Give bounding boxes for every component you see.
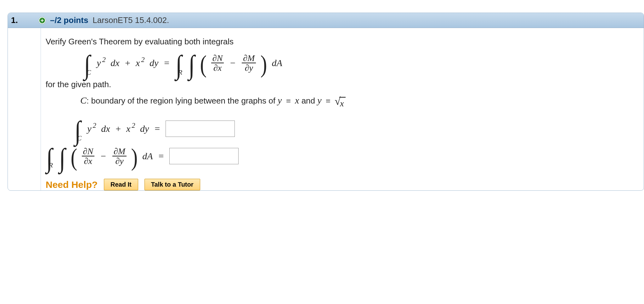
need-help-label: Need Help? — [46, 179, 98, 190]
integral-R1: ∫ R — [46, 145, 55, 167]
for-path: for the given path. — [46, 80, 638, 89]
integral-R1: ∫ R — [175, 52, 184, 74]
var-y: y — [97, 58, 101, 68]
question-source: LarsonET5 15.4.002. — [93, 15, 169, 25]
answer-input-1[interactable] — [166, 121, 235, 137]
points-label: –/2 points — [50, 15, 88, 25]
integral-icon: ∫ — [189, 54, 195, 76]
path-text: : boundary of the region lying between t… — [87, 96, 278, 105]
dy-den: ∂y — [244, 63, 254, 72]
path-description: C: boundary of the region lying between … — [46, 95, 638, 109]
eq1-lhs: y — [278, 95, 282, 105]
equals: = — [162, 58, 171, 68]
dA: dA — [272, 58, 282, 68]
eq2-lhs: y — [317, 95, 321, 105]
dy: dy — [150, 58, 158, 68]
minus: − — [98, 151, 109, 161]
integral-R2: ∫ — [188, 52, 195, 74]
var-x: x — [136, 58, 140, 68]
main-equation: ∫ C y2 dx + x2 dy = ∫ R ∫ — [46, 52, 638, 74]
need-help-row: Need Help? Read It Talk to a Tutor — [46, 179, 638, 190]
equals: = — [153, 123, 162, 134]
lparen-icon: ( — [71, 148, 77, 167]
dx: dx — [101, 123, 110, 134]
integral-sub-C: C — [87, 68, 91, 76]
plus: + — [115, 123, 121, 134]
integral-R2: ∫ — [59, 145, 66, 167]
question-number: 1. — [11, 15, 24, 25]
equals: = — [324, 96, 332, 105]
exp-2b: 2 — [132, 121, 135, 130]
question-header: 1. + –/2 points LarsonET5 15.4.002. — [8, 13, 644, 28]
sqrt: √ x — [335, 97, 346, 109]
plus: + — [124, 58, 131, 68]
integral-sub-R: R — [49, 161, 53, 169]
answer-input-2[interactable] — [169, 148, 239, 164]
rparen-icon: ) — [131, 148, 138, 167]
lhs-expr-2: y2 dx + x2 dy — [87, 123, 149, 134]
frac-dMdy: ∂M ∂y — [242, 53, 256, 73]
frac-dNdx: ∂N ∂x — [211, 53, 224, 73]
and: and — [302, 96, 318, 105]
exp-2: 2 — [102, 56, 106, 64]
frac-dNdx-2: ∂N ∂x — [82, 147, 95, 166]
dA: dA — [142, 151, 153, 161]
question-card: 1. + –/2 points LarsonET5 15.4.002. Veri… — [8, 13, 644, 191]
exp-2b: 2 — [141, 56, 144, 64]
dM: ∂M — [242, 53, 256, 63]
radical-icon: √ — [335, 98, 341, 104]
equals: = — [156, 151, 166, 161]
dy: dy — [140, 123, 149, 134]
integral-icon: ∫ — [59, 147, 65, 169]
integral-sub-C: C — [77, 134, 82, 142]
question-prompt: Verify Green's Theorem by evaluating bot… — [46, 37, 638, 47]
integral-C: ∫ C — [83, 52, 93, 74]
dx-den: ∂x — [83, 156, 93, 166]
integral-sub-R: R — [178, 68, 182, 76]
dx: dx — [110, 58, 119, 68]
eq1-rhs: x — [295, 95, 299, 105]
var-x: x — [126, 123, 130, 134]
dx-den: ∂x — [212, 63, 223, 72]
answer-line-2: ∫ R ∫ ( ∂N ∂x − ∂M ∂y ) dA = — [46, 145, 638, 167]
dN: ∂N — [211, 53, 224, 63]
path-C: C — [80, 95, 87, 105]
lhs-expr: y2 dx + x2 dy — [97, 58, 158, 68]
dM: ∂M — [112, 147, 127, 156]
question-body: Verify Green's Theorem by evaluating bot… — [8, 28, 644, 190]
rparen-icon: ) — [261, 54, 267, 74]
dy-den: ∂y — [114, 156, 125, 166]
answer-line-1: ∫ C y2 dx + x2 dy = — [46, 118, 638, 140]
equals: = — [284, 96, 293, 105]
talk-to-tutor-button[interactable]: Talk to a Tutor — [144, 179, 200, 190]
frac-dMdy-2: ∂M ∂y — [112, 147, 127, 166]
integral-C: ∫ C — [74, 118, 83, 140]
expand-icon[interactable]: + — [39, 17, 46, 24]
dN: ∂N — [82, 147, 95, 156]
minus: − — [228, 58, 238, 68]
lparen-icon: ( — [200, 54, 206, 74]
read-it-button[interactable]: Read It — [104, 179, 138, 190]
exp-2: 2 — [93, 121, 96, 130]
var-y: y — [87, 123, 91, 134]
